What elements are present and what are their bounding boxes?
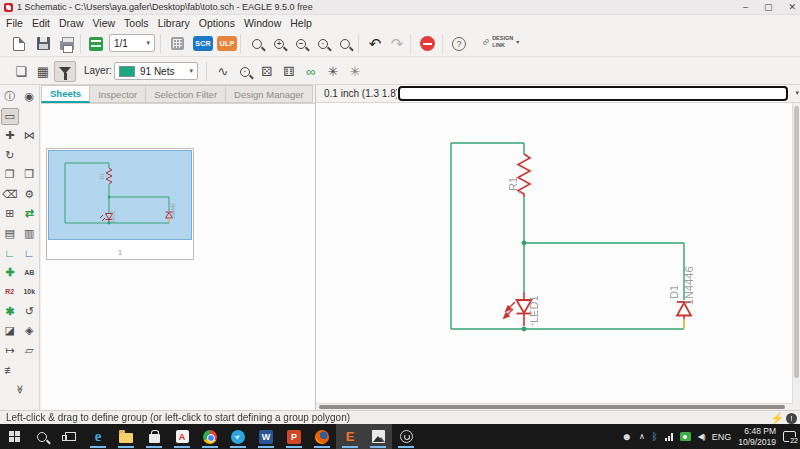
zoom-in-button[interactable] [268,33,290,54]
magnify-select-button[interactable] [234,61,256,82]
minimize-icon[interactable]: – [743,0,748,15]
schematic-canvas[interactable]: R1 + LED1 + [316,103,793,403]
value-tool[interactable]: 10k [20,283,38,300]
ripup-tool[interactable]: ◪ [1,322,19,339]
help-button[interactable]: ? [448,33,470,54]
chevron-down-icon[interactable]: ▾ [795,89,799,97]
zoom-redraw-button[interactable] [334,33,356,54]
save-button[interactable] [32,33,54,54]
network-signal-icon[interactable] [665,433,673,441]
start-button[interactable] [0,424,28,449]
taskbar-telegram[interactable]: ➤ [224,424,252,449]
horizontal-scrollbar-thumb[interactable] [319,405,785,409]
sheet-selector-combo[interactable]: 1/1 ▾ [109,34,155,52]
zoom-out-button[interactable] [290,33,312,54]
vertical-scrollbar[interactable] [792,103,800,403]
pinswap-tool[interactable]: ⇄ [20,205,38,222]
paste-tool[interactable]: ❒ [20,166,38,183]
taskbar-word[interactable]: W [252,424,280,449]
board-schematic-button[interactable] [85,33,107,54]
show-tool[interactable]: ◉ [20,88,38,105]
info-tool[interactable]: ⓘ [1,88,19,105]
update-library-button[interactable]: ⚄ [256,61,278,82]
sheet-thumbnail[interactable]: R1 LED1 1N4446 1 [46,148,194,260]
tab-inspector[interactable]: Inspector [90,85,146,103]
notification-center-icon[interactable]: 22 [783,431,796,442]
taskbar-file-explorer[interactable] [112,424,140,449]
menu-tools[interactable]: Tools [124,17,149,29]
menu-view[interactable]: View [93,17,116,29]
led1-symbol[interactable]: LED1 + [504,292,540,327]
change-tool[interactable]: ⚙ [20,186,38,203]
taskbar-edge[interactable]: e [84,424,112,449]
redo-button[interactable]: ↷ [386,33,408,54]
taskbar-acrobat[interactable]: A [168,424,196,449]
layer-selector-combo[interactable]: 91 Nets ▾ [114,62,198,80]
tray-chevron-icon[interactable]: ∧ [639,432,645,441]
update-all-button[interactable]: ⚅ [278,61,300,82]
people-icon[interactable]: ☻ [621,431,632,442]
link-add-button[interactable]: ∞ [300,61,322,82]
gate-rotate-tool[interactable]: ↺ [20,303,38,320]
taskbar-eagle[interactable]: E [336,424,364,449]
task-view-button[interactable] [56,424,84,449]
junction-tool[interactable]: ✚ [1,264,19,281]
grid-button[interactable]: ▦ [32,61,54,82]
taskbar-photos[interactable] [364,424,392,449]
copy-tool[interactable]: ❐ [1,166,19,183]
menu-edit[interactable]: Edit [32,17,50,29]
horizontal-scrollbar[interactable] [316,403,793,410]
open-file-button[interactable] [8,33,30,54]
print-button[interactable] [56,33,78,54]
language-indicator[interactable]: ENG [712,432,732,442]
invoke-tool[interactable]: ↦ [1,342,19,359]
taskbar-firefox[interactable] [308,424,336,449]
command-input[interactable] [398,86,788,101]
taskbar-clock[interactable]: 6:48 PM 10/9/2019 [738,426,776,447]
rotate-tool[interactable]: ↻ [1,147,19,164]
erc-tool[interactable]: ≢ [1,361,19,378]
menu-options[interactable]: Options [199,17,235,29]
net-wires[interactable] [451,143,684,331]
close-icon[interactable]: ✕ [788,0,796,15]
net-wire-style-button[interactable]: ∿ [212,61,234,82]
design-link-button[interactable]: ∞ DESIGNLINK ▾ [482,35,519,48]
diode-d1-symbol[interactable]: D1 1N4446 [668,266,695,328]
tab-design-manager[interactable]: Design Manager [226,85,313,103]
stop-button[interactable] [416,33,438,54]
move-tool[interactable]: ✚ [1,127,19,144]
smash-tool[interactable]: ✱ [1,303,19,320]
menu-draw[interactable]: Draw [59,17,84,29]
run-script-button[interactable]: SCR [192,33,214,54]
menu-window[interactable]: Window [244,17,281,29]
name-tool[interactable]: R2 [1,283,19,300]
replace-tool[interactable]: ▤ [1,225,19,242]
zoom-fit-button[interactable] [246,33,268,54]
taskbar-chrome[interactable] [196,424,224,449]
net-tool[interactable]: ∟ [1,244,19,261]
group-tool[interactable]: ▭ [1,108,19,125]
menu-file[interactable]: File [6,17,23,29]
zoom-select-button[interactable] [312,33,334,54]
taskbar-media-app[interactable] [392,424,420,449]
label-tool[interactable]: AB [20,264,38,281]
taskbar-powerpoint[interactable]: P [280,424,308,449]
taskbar-store[interactable] [140,424,168,449]
drc-button[interactable]: ✳ [344,61,366,82]
mirror-tool[interactable]: ⋈ [20,127,38,144]
maximize-icon[interactable]: ▢ [764,0,773,15]
undo-button[interactable]: ↶ [364,33,386,54]
gateswap-tool[interactable]: ▥ [20,225,38,242]
speaker-icon[interactable]: ◀) [698,432,705,441]
vertical-scrollbar-thumb[interactable] [794,106,799,378]
run-ulp-button[interactable]: ULP [216,33,238,54]
taskbar-search-button[interactable] [28,424,56,449]
bluetooth-icon[interactable]: ᛒ [652,431,658,442]
manage-sheets-button[interactable] [166,33,188,54]
polygon-tool[interactable]: ▱ [20,342,38,359]
add-part-tool[interactable]: ⊞ [1,205,19,222]
resistor-r1-symbol[interactable]: R1 + [507,154,530,197]
menu-help[interactable]: Help [290,17,312,29]
security-status-icon[interactable] [680,432,691,441]
tab-sheets[interactable]: Sheets [41,85,90,103]
